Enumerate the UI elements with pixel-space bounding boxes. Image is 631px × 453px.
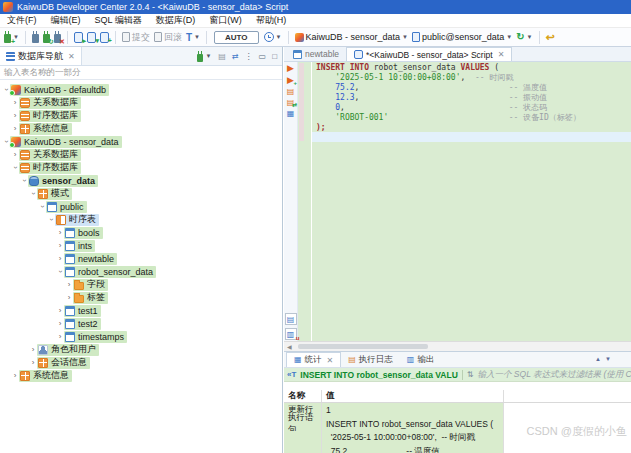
editor-tab[interactable]: *<KaiwuDB - sensor_data> Script✕ xyxy=(346,47,512,61)
menu-item[interactable]: 编辑(E) xyxy=(44,14,88,27)
collapse-arrow-icon[interactable]: › xyxy=(56,268,65,276)
table-row[interactable]: 执行语句INSERT INTO robot_sensor_data VALUES… xyxy=(284,417,631,431)
table-row[interactable]: 75.2, -- 温度值 xyxy=(284,445,631,453)
new-connection-button[interactable]: +▼ xyxy=(3,31,20,43)
tree-item-public[interactable]: ›public xyxy=(0,200,282,213)
menu-item[interactable]: 窗口(W) xyxy=(202,14,249,27)
tree-item-sensor_data[interactable]: ›sensor_data xyxy=(0,174,282,187)
expand-arrow-icon[interactable]: › xyxy=(11,150,19,159)
tree-item-robot_sensor_data[interactable]: ›robot_sensor_data xyxy=(0,265,282,278)
column-header-name[interactable]: 名称 xyxy=(284,390,322,402)
tree-item-KaiwuDB - defaultdb[interactable]: ›KaiwuDB - defaultdb xyxy=(0,83,282,96)
expand-arrow-icon[interactable]: › xyxy=(56,241,64,250)
collapse-arrow-icon[interactable]: › xyxy=(47,216,56,224)
auto-commit-button[interactable]: AUTO xyxy=(214,31,259,44)
collapse-arrow-icon[interactable]: › xyxy=(11,164,20,172)
execute-script-natural-button[interactable]: ▤⇄ xyxy=(287,99,295,107)
expand-arrow-icon[interactable]: › xyxy=(11,98,19,107)
menu-item[interactable]: 帮助(H) xyxy=(249,14,294,27)
table-row[interactable]: '2025-05-1 10:00:00+08:00', -- 时间戳 xyxy=(284,431,631,445)
results-tab-输出[interactable]: ▥输出 xyxy=(400,352,442,367)
expand-arrow-icon[interactable]: › xyxy=(56,332,64,341)
execute-new-tab-button[interactable]: ▶+ xyxy=(287,76,294,85)
expand-arrow-icon[interactable]: › xyxy=(56,228,64,237)
close-icon[interactable]: ✕ xyxy=(498,50,505,59)
code-area[interactable]: INSERT INTO robot_sensor_data VALUES ( '… xyxy=(312,62,631,341)
tree-item-关系数据库[interactable]: ›关系数据库 xyxy=(0,96,282,109)
collapse-all-button[interactable]: ▤ xyxy=(218,52,226,61)
tree-item-test2[interactable]: ›test2 xyxy=(0,317,282,330)
new-sql-editor-button[interactable]: ▸ xyxy=(73,32,84,43)
rollback-button[interactable]: 回滚 xyxy=(153,31,183,44)
tree-item-角色和用户[interactable]: ›角色和用户 xyxy=(0,343,282,356)
commit-button[interactable]: 提交 xyxy=(121,31,151,44)
link-with-editor-button[interactable]: ⇄ xyxy=(232,52,239,61)
collapse-arrow-icon[interactable]: › xyxy=(38,203,47,211)
tree-item-ints[interactable]: ›ints xyxy=(0,239,282,252)
expand-arrow-icon[interactable]: › xyxy=(29,358,37,367)
tree-item-标签[interactable]: ›标签 xyxy=(0,291,282,304)
expand-arrow-icon[interactable]: › xyxy=(11,124,19,133)
back-button[interactable]: ↩ xyxy=(545,32,556,43)
maximize-panel-button[interactable]: □ xyxy=(272,52,277,61)
tree-item-bools[interactable]: ›bools xyxy=(0,226,282,239)
open-sql-script-button[interactable]: ▾ xyxy=(86,32,97,43)
open-script-file-button[interactable]: ▤ xyxy=(285,313,297,325)
expand-arrow-icon[interactable]: › xyxy=(11,111,19,120)
transaction-mode-button[interactable]: T▼ xyxy=(185,32,201,43)
table-row[interactable]: 更新行1 xyxy=(284,403,631,417)
execute-statement-button[interactable]: ▶ xyxy=(287,64,294,73)
menu-item[interactable]: 数据库(D) xyxy=(149,14,203,27)
connection-selector[interactable]: KaiwuDB - sensor_data▼ xyxy=(294,32,410,42)
menu-item[interactable]: 文件(F) xyxy=(0,14,44,27)
column-header-value[interactable]: 值 xyxy=(322,390,504,402)
explain-plan-button[interactable]: ▦ xyxy=(287,110,295,118)
expand-arrow-icon[interactable]: › xyxy=(56,319,64,328)
refresh-button[interactable]: ↻▼ xyxy=(515,32,533,42)
editor-hscrollbar[interactable]: ◀ xyxy=(284,341,631,351)
expand-arrow-icon[interactable]: › xyxy=(11,371,19,380)
expand-arrow-icon[interactable]: › xyxy=(29,345,37,354)
navigator-new-connection-button[interactable]: ▼ xyxy=(196,51,212,62)
expand-arrow-icon[interactable]: › xyxy=(65,280,73,289)
menu-item[interactable]: SQL 编辑器 xyxy=(88,14,149,27)
tree-item-test1[interactable]: ›test1 xyxy=(0,304,282,317)
navigator-tab[interactable]: 数据库导航 ✕ xyxy=(0,47,82,65)
connect-button[interactable] xyxy=(31,31,40,43)
tree-item-KaiwuDB - sensor_data[interactable]: ›KaiwuDB - sensor_data xyxy=(0,135,282,148)
transaction-log-button[interactable]: ▼ xyxy=(263,32,283,42)
tree-item-newtable[interactable]: ›newtable xyxy=(0,252,282,265)
minimize-panel-button[interactable]: ▭ xyxy=(259,52,267,61)
expand-arrow-icon[interactable]: › xyxy=(65,293,73,302)
tree-item-timestamps[interactable]: ›timestamps xyxy=(0,330,282,343)
execute-script-button[interactable]: ▤ xyxy=(287,88,295,96)
panel-minmax-buttons[interactable]: ▲▼ xyxy=(595,356,615,362)
tree-item-时序数据库[interactable]: ›时序数据库 xyxy=(0,161,282,174)
reconnect-button[interactable]: ↻ xyxy=(42,31,51,43)
scrollbar-thumb[interactable] xyxy=(298,344,428,349)
save-script-file-button[interactable]: ▥u xyxy=(285,328,297,340)
collapse-arrow-icon[interactable]: › xyxy=(20,177,29,185)
expand-arrow-icon[interactable]: › xyxy=(56,254,64,263)
tree-item-系统信息[interactable]: ›系统信息 xyxy=(0,122,282,135)
tree-item-字段[interactable]: ›字段 xyxy=(0,278,282,291)
tree-item-系统信息[interactable]: ›系统信息 xyxy=(0,369,282,382)
results-tab-统计[interactable]: ▦统计✕ xyxy=(286,352,341,367)
editor-tab[interactable]: newtable xyxy=(286,47,346,61)
view-menu-button[interactable]: ⋮ xyxy=(245,52,253,61)
close-icon[interactable]: ✕ xyxy=(68,52,75,61)
table-filter-input[interactable]: 输入表名称的一部分 xyxy=(0,66,282,80)
close-icon[interactable]: ✕ xyxy=(327,356,334,365)
results-tab-执行日志[interactable]: ▤执行日志 xyxy=(341,352,400,367)
scroll-left-icon[interactable]: ◀ xyxy=(284,343,292,350)
tree-item-时序数据库[interactable]: ›时序数据库 xyxy=(0,109,282,122)
tree-item-关系数据库[interactable]: ›关系数据库 xyxy=(0,148,282,161)
results-filter-input[interactable]: 输入一个 SQL 表达式来过滤结果 (使用 Ctrl+Spa xyxy=(477,369,631,381)
collapse-arrow-icon[interactable]: › xyxy=(29,190,38,198)
disconnect-button[interactable]: ✕ xyxy=(53,31,62,43)
recent-sql-editor-button[interactable]: + xyxy=(99,32,110,43)
tree-item-会话信息[interactable]: ›会话信息 xyxy=(0,356,282,369)
tree-item-模式[interactable]: ›模式 xyxy=(0,187,282,200)
tree-item-时序表[interactable]: ›时序表 xyxy=(0,213,282,226)
expand-arrow-icon[interactable]: › xyxy=(56,306,64,315)
